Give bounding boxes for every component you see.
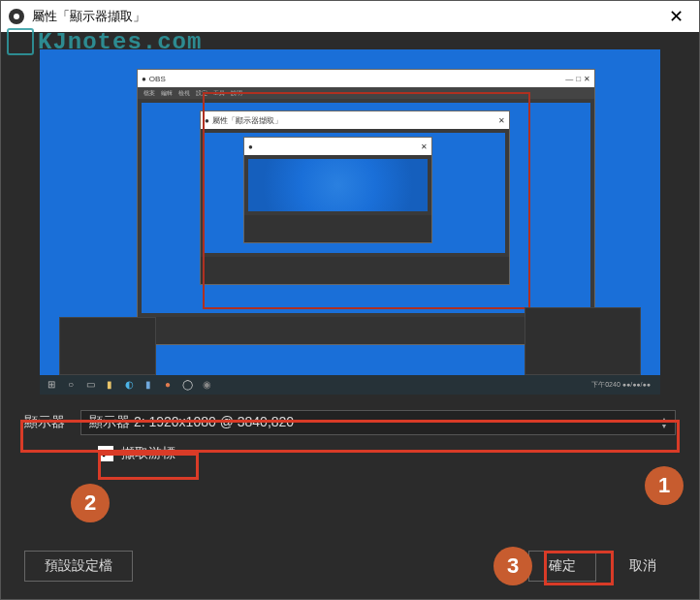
search-icon: ○ — [65, 379, 77, 391]
taskbar-clock: 下午0240 ●●/●●/●● — [220, 380, 654, 390]
taskview-icon: ▭ — [84, 379, 96, 391]
ok-button[interactable]: 確定 — [528, 551, 596, 582]
recursive-window-1: ●OBS—□✕ 檔案編輯檢視設定工具說明 ●屬性「顯示器擷取」✕ ●✕ — [137, 69, 595, 345]
recursive-menu-1: 檔案編輯檢視設定工具說明 — [138, 87, 594, 99]
preset-button[interactable]: 預設設定檔 — [24, 551, 133, 582]
display-select-wrap[interactable]: 顯示器 2: 1920x1080 @ 3840,820 ▲▼ — [80, 410, 676, 435]
capture-cursor-row: ✔ 擷取游標 — [1, 441, 699, 466]
display-select-value: 顯示器 2: 1920x1080 @ 3840,820 — [89, 414, 294, 431]
titlebar: 屬性「顯示器擷取」 ✕ — [1, 1, 699, 32]
obs-app-icon — [9, 9, 24, 24]
callout-3: 3 — [493, 547, 532, 585]
callout-2: 2 — [71, 484, 110, 522]
obs-bottom-panels-left — [59, 317, 156, 375]
obs-icon: ◉ — [201, 379, 212, 391]
edge-icon: ◐ — [123, 379, 135, 391]
capture-cursor-label: 擷取游標 — [121, 445, 175, 462]
windows-taskbar: ⊞ ○ ▭ ▮ ◐ ▮ ● ◯ ◉ 下午0240 ●●/●●/●● — [40, 375, 660, 395]
store-icon: ▮ — [143, 379, 154, 391]
select-spinner-icon[interactable]: ▲▼ — [656, 410, 672, 435]
start-icon: ⊞ — [46, 379, 57, 391]
app-icon-1: ● — [162, 379, 174, 391]
dialog-button-row: 確定 取消 — [528, 551, 676, 582]
explorer-icon: ▮ — [104, 379, 115, 391]
display-capture-preview: ●OBS—□✕ 檔案編輯檢視設定工具說明 ●屬性「顯示器擷取」✕ ●✕ — [40, 49, 660, 395]
close-icon[interactable]: ✕ — [660, 6, 691, 27]
recursive-titlebar-2: ●屬性「顯示器擷取」✕ — [201, 111, 509, 129]
recursive-window-2: ●屬性「顯示器擷取」✕ ●✕ — [200, 111, 510, 285]
display-label: 顯示器 — [24, 414, 65, 431]
check-icon: ✔ — [101, 447, 111, 460]
cancel-button[interactable]: 取消 — [610, 552, 676, 581]
display-selector-row: 顯示器 顯示器 2: 1920x1080 @ 3840,820 ▲▼ — [1, 404, 699, 441]
recursive-window-3: ●✕ — [243, 137, 432, 243]
window-title: 屬性「顯示器擷取」 — [32, 8, 660, 25]
preset-button-container: 預設設定檔 — [24, 551, 133, 582]
capture-cursor-checkbox[interactable]: ✔ — [98, 446, 113, 461]
callout-1: 1 — [645, 466, 684, 505]
preview-container: ●OBS—□✕ 檔案編輯檢視設定工具說明 ●屬性「顯示器擷取」✕ ●✕ — [1, 32, 699, 404]
recursive-titlebar-1: ●OBS—□✕ — [138, 70, 594, 87]
chrome-icon: ◯ — [181, 379, 193, 391]
obs-bottom-panels-right — [525, 307, 641, 375]
display-select[interactable]: 顯示器 2: 1920x1080 @ 3840,820 ▲▼ — [80, 410, 676, 435]
